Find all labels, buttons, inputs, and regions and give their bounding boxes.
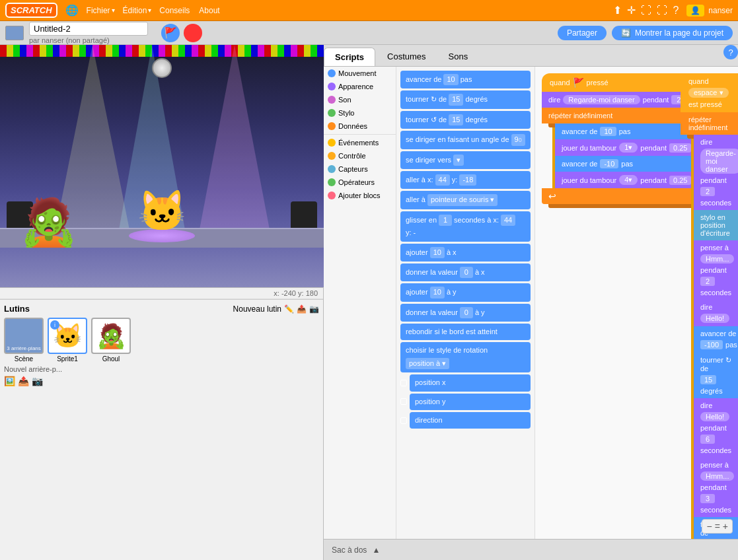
block-dire-3[interactable]: direHello! — [694, 300, 738, 326]
help-button[interactable]: ? — [723, 45, 738, 59]
block-dire-4[interactable]: direHello!pendant6secondes — [694, 398, 738, 458]
sac-a-dos[interactable]: Sac à dos ▲ — [324, 539, 738, 560]
menu-fichier[interactable]: Fichier — [87, 6, 115, 15]
backdrop-camera-icon[interactable]: 📷 — [32, 376, 43, 386]
cat-evenements[interactable]: Événements — [324, 136, 396, 149]
block-aller-a[interactable]: aller àpointeur de souris ▾ — [400, 191, 531, 209]
backdrop-upload-icon[interactable]: 📤 — [18, 376, 29, 386]
zoom-out-button[interactable]: − — [706, 521, 712, 532]
scene-thumb[interactable]: 3 arrière-plans Scène — [4, 318, 44, 363]
new-sprite-area: Nouveau lutin ✏️ 📤 📷 — [233, 304, 319, 314]
backdrop-paint-icon[interactable]: 🖼️ — [4, 376, 15, 386]
stage-coords: x: -240 y: 180 — [0, 288, 323, 299]
block-avancer[interactable]: avancer de10pas — [400, 71, 531, 88]
block-donner-x[interactable]: donner la valeur0à x — [400, 263, 531, 281]
topbar: SCRATCH 🌐 Fichier Édition Conseils About… — [0, 0, 738, 21]
help-icon[interactable]: ? — [673, 5, 679, 17]
checkbox-direction[interactable] — [400, 417, 407, 424]
upload-sprite-icon[interactable]: 📤 — [297, 304, 307, 314]
ghoul-sprite[interactable]: 🧟 — [20, 195, 77, 249]
camera-icon[interactable]: 📷 — [309, 304, 319, 314]
cat-sprite[interactable]: 🐱 — [137, 188, 187, 234]
menu-edition[interactable]: Édition — [123, 6, 152, 15]
cat-son[interactable]: Son — [324, 93, 396, 106]
block-direction[interactable]: direction — [410, 412, 531, 429]
block-penser-1[interactable]: penser àHmm...pendant2secondes — [694, 240, 738, 300]
ghoul-label: Ghoul — [102, 355, 120, 363]
user-icon: 👤 — [686, 5, 704, 17]
new-backdrop-label: Nouvel arrière-p... — [4, 365, 319, 373]
cat-ajouter-blocs[interactable]: Ajouter blocs — [324, 189, 396, 202]
menu-about[interactable]: About — [199, 6, 221, 15]
sac-arrow-icon: ▲ — [372, 545, 380, 555]
sprites-title: Lutins — [4, 304, 30, 314]
block-avancer-neg2[interactable]: avancer de-100pas — [694, 326, 738, 353]
new-sprite-label: Nouveau lutin — [233, 304, 281, 314]
sprite1-thumb[interactable]: i 🐱 Sprite1 — [48, 318, 87, 363]
cat-operateurs[interactable]: Opérateurs — [324, 176, 396, 189]
tab-costumes[interactable]: Costumes — [377, 48, 437, 66]
block-donner-y[interactable]: donner la valeur0à y — [400, 304, 531, 322]
block-penser-2[interactable]: penser àHmm...pendant3secondes — [694, 458, 738, 517]
green-flag-button[interactable]: 🚩 — [161, 24, 180, 42]
paint-icon[interactable]: ✏️ — [284, 304, 294, 314]
ghoul-thumb[interactable]: 🧟 Ghoul — [91, 318, 131, 363]
block-direction-checkbox-row: direction — [400, 412, 531, 429]
sac-label: Sac à dos — [332, 545, 367, 555]
project-title-input[interactable] — [29, 22, 148, 36]
checkbox-position-y[interactable] — [400, 398, 407, 405]
zoom-reset-button[interactable]: = — [715, 521, 720, 532]
scripts-panel: Scripts Costumes Sons Mouvement Apparenc… — [324, 45, 738, 560]
tab-scripts[interactable]: Scripts — [324, 48, 375, 66]
username[interactable]: nanser — [708, 6, 733, 15]
cat-stylo[interactable]: Stylo — [324, 106, 396, 120]
workspace[interactable]: x: 44 y: -17 quand 🚩 pressé dire Regarde… — [535, 67, 738, 539]
cat-donnees[interactable]: Données — [324, 120, 396, 133]
block-glisser[interactable]: glisser en1secondes à x:44y: - — [400, 211, 531, 242]
block-position-y-checkbox-row: position y — [400, 394, 531, 410]
sprite1-label: Sprite1 — [57, 355, 78, 363]
scratch-logo[interactable]: SCRATCH — [5, 3, 57, 18]
cat-capteurs[interactable]: Capteurs — [324, 162, 396, 176]
cursor-icon[interactable]: ✛ — [627, 4, 636, 17]
repeat-block-2[interactable]: répéter indéfiniment direRegarde-moi dan… — [681, 112, 738, 539]
tab-sons[interactable]: Sons — [438, 48, 479, 66]
fullscreen-icon[interactable]: ⛶ — [641, 5, 651, 17]
block-rebondir[interactable]: rebondir si le bord est atteint — [400, 324, 531, 340]
block-tourner-cw2[interactable]: tourner ↻ de15degrés — [694, 353, 738, 398]
block-ajouter-x[interactable]: ajouter10à x — [400, 244, 531, 262]
zoom-in-button[interactable]: + — [723, 521, 728, 532]
zoom-controls: − = + — [702, 519, 733, 534]
block-position-x[interactable]: position x — [410, 374, 531, 391]
shrink-icon[interactable]: ⛶ — [657, 5, 667, 17]
cat-controle[interactable]: Contrôle — [324, 149, 396, 162]
block-tourner-cw[interactable]: tourner ↻ de15degrés — [400, 90, 531, 108]
share-button[interactable]: Partager — [558, 26, 607, 40]
checkbox-position-x[interactable] — [400, 380, 407, 386]
cat-apparence[interactable]: Apparence — [324, 80, 396, 93]
scene-label: Scène — [15, 355, 33, 363]
block-position-y[interactable]: position y — [410, 394, 531, 410]
cat-mouvement[interactable]: Mouvement — [324, 67, 396, 80]
block-se-diriger-vers[interactable]: se diriger vers▾ — [400, 151, 531, 169]
block-rotation-style[interactable]: choisir le style de rotationposition à ▾ — [400, 342, 531, 372]
stage[interactable]: 🧟 🐱 — [0, 45, 324, 288]
show-page-button[interactable]: 🔄 Montrer la page du projet — [612, 26, 733, 40]
categories-panel: Mouvement Apparence Son Stylo Données — [324, 67, 396, 539]
block-stylo[interactable]: stylo en position d'écriture — [694, 210, 738, 240]
block-ajouter-y[interactable]: ajouter10à y — [400, 283, 531, 301]
menu-conseils[interactable]: Conseils — [159, 6, 191, 15]
block-aller-xy[interactable]: aller à x:44y:-18 — [400, 171, 531, 189]
hat-block-space[interactable]: quand espace ▾ est pressé — [681, 73, 738, 112]
tabs: Scripts Costumes Sons — [324, 45, 738, 67]
block-se-diriger-angle[interactable]: se diriger en faisant un angle de90 — [400, 131, 531, 149]
stop-button[interactable] — [184, 24, 202, 42]
block-tourner-ccw[interactable]: tourner ↺ de15degrés — [400, 111, 531, 129]
disco-ball — [152, 58, 172, 78]
block-position-x-checkbox-row: position x — [400, 374, 531, 391]
repeat-body-2: direRegarde-moi danserpendant2secondes s… — [691, 135, 738, 539]
upload-icon[interactable]: ⬆ — [613, 4, 622, 17]
block-dire-2[interactable]: direRegarde-moi danserpendant2secondes — [694, 135, 738, 210]
sprite1-preview: i 🐱 — [48, 318, 87, 354]
globe-icon[interactable]: 🌐 — [65, 4, 79, 17]
